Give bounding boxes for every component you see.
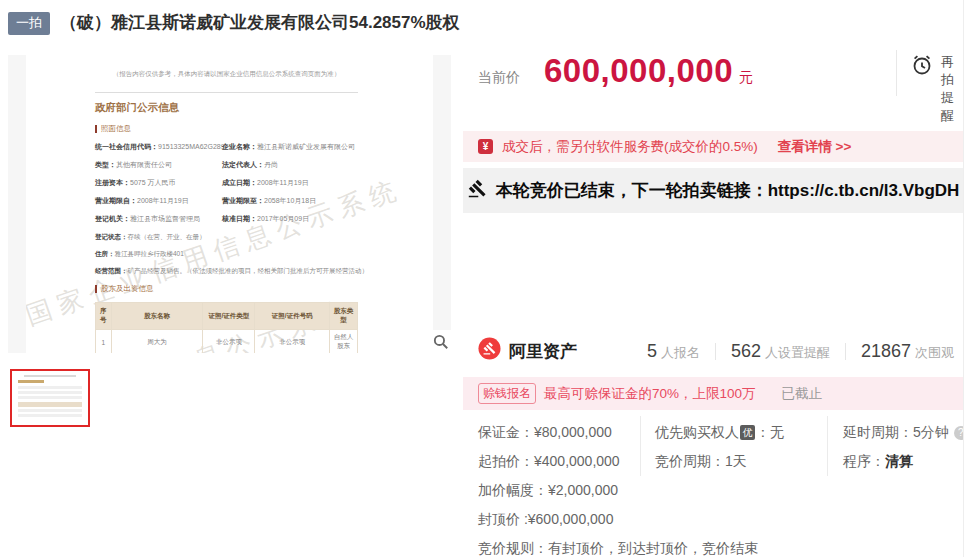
doc-field: 核准日期：2017年05月09日 (222, 214, 358, 224)
doc-field: 法定代表人：丹尚 (222, 160, 358, 170)
doc-field-value: 2058年10月18日 (264, 197, 316, 204)
doc-field-label: 法定代表人： (222, 161, 264, 168)
document-thumbnail[interactable] (10, 369, 90, 427)
details-col-3: 延时周期：5分钟?程序：清算 (843, 422, 964, 480)
doc-field-value: 雅江县呷拉乡行政楼401 (115, 250, 184, 257)
detail-label: 加价幅度： (478, 482, 548, 498)
stats-items: 5人报名562人设置提醒21867次围观 (647, 341, 954, 362)
stat-number: 562 (731, 341, 761, 361)
stats-row: 阿里资产 5人报名562人设置提醒21867次围观 (463, 331, 964, 371)
details-col-2: 优先购买权人优：无竞价周期：1天 (655, 422, 784, 480)
thumb-line (24, 375, 76, 377)
stat-item: 5人报名 (647, 341, 700, 362)
doc-field-label: 企业名称： (222, 143, 257, 150)
detail-label: 程序： (843, 453, 885, 469)
doc-section-title: 政府部门公示信息 (95, 101, 358, 115)
stat-label: 人设置提醒 (765, 345, 830, 360)
table-cell: 自然人股东 (330, 330, 358, 354)
doc-field: 登记机关：雅江县市场监督管理局 (95, 214, 222, 224)
stat-label: 人报名 (661, 345, 700, 360)
detail-row: 优先购买权人优：无 (655, 422, 784, 442)
detail-value: 清算 (885, 453, 913, 469)
doc-field-value: 雅江县斯诺威矿业发展有限公司 (257, 143, 355, 150)
page-title: （破）雅江县斯诺威矿业发展有限公司54.2857%股权 (60, 11, 460, 34)
table-header-cell: 序号 (96, 303, 112, 330)
doc-subsection: 照面信息 (95, 124, 358, 134)
document-content: （报告内容仅供参考，具体内容请以国家企业信用信息公示系统查询页面为准） 政府部门… (95, 70, 358, 353)
doc-field: 类型：其他有限责任公司 (95, 160, 222, 170)
doc-field-label: 类型： (95, 161, 116, 168)
table-cell: 非公示项 (203, 330, 255, 354)
stat-number: 5 (647, 341, 657, 361)
auction-details: 保证金：¥80,000,000起拍价：¥400,000,000加价幅度：¥2,0… (463, 412, 964, 557)
service-fee-notice: ¥ 成交后，需另付软件服务费(成交价的0.5%) 查看详情 >> (463, 131, 964, 162)
credit-signup-status: 已截止 (782, 385, 823, 403)
detail-value: 有封顶价，到达封顶价，竞价结束 (548, 540, 758, 556)
doc-field-label: 登记机关： (95, 215, 130, 222)
brand: 阿里资产 (478, 337, 577, 365)
fee-icon: ¥ (478, 139, 493, 154)
detail-value: ¥400,000,000 (534, 453, 620, 469)
credit-signup-badge: 赊钱报名 (478, 383, 536, 404)
doc-field: 营业期限至：2058年10月18日 (222, 196, 358, 206)
magnifier-icon[interactable] (430, 330, 451, 353)
alarm-clock-icon (910, 53, 934, 125)
detail-label: 优先购买权人 (655, 424, 739, 440)
doc-field-value: 矿产品经营及销售。（依法须经批准的项目，经相关部门批准后方可开展经营活动） (128, 267, 369, 274)
doc-disclaimer: （报告内容仅供参考，具体内容请以国家企业信用信息公示系统查询页面为准） (95, 70, 358, 79)
round-ended-text: 本轮竞价已结束，下一轮拍卖链接：https://c.tb.cn/l3.VbgDH (496, 179, 960, 202)
doc-field-value: 雅江县市场监督管理局 (130, 215, 200, 222)
stat-item: 21867次围观 (861, 341, 954, 362)
doc-field: 注册资本：5075 万人民币 (95, 178, 222, 188)
doc-field: 统一社会信用代码：91513325MA62G28979 (95, 142, 222, 152)
shareholder-table-body: 1周大为非公示项非公示项自然人股东2成都兴能新材料有限公司企业法人营业执照(公司… (96, 330, 358, 354)
ali-assets-logo-icon (478, 337, 501, 365)
detail-row: 加价幅度：¥2,000,000 (478, 480, 758, 500)
thumb-line (18, 386, 82, 389)
doc-field-label: 核准日期： (222, 215, 257, 222)
doc-fields-grid: 统一社会信用代码：91513325MA62G28979企业名称：雅江县斯诺威矿业… (95, 142, 358, 224)
auction-page: 一拍 （破）雅江县斯诺威矿业发展有限公司54.2857%股权 国家企业信用信息公… (0, 0, 964, 557)
divider (715, 343, 716, 360)
table-header-cell: 股东名称 (111, 303, 203, 330)
document-page: 国家企业信用信息公示系统 国家企业信用信息公示系统 （报告内容仅供参考，具体内容… (26, 55, 433, 353)
doc-field-value: 存续（在营、开业、在册） (128, 233, 206, 240)
help-icon[interactable]: ? (954, 426, 964, 440)
doc-fields-full: 登记状态：存续（在营、开业、在册）住所：雅江县呷拉乡行政楼401经营范围：矿产品… (95, 232, 358, 275)
divider (95, 92, 358, 93)
section-bar-icon (95, 125, 97, 133)
fee-detail-link[interactable]: 查看详情 >> (778, 138, 852, 156)
detail-value: ¥80,000,000 (534, 424, 612, 440)
doc-field-value: 丹尚 (264, 161, 278, 168)
thumb-line (18, 391, 82, 394)
detail-label: 竞价规则： (478, 540, 548, 556)
detail-row: 延时周期：5分钟? (843, 422, 964, 442)
document-preview[interactable]: 国家企业信用信息公示系统 国家企业信用信息公示系统 （报告内容仅供参考，具体内容… (8, 55, 451, 353)
doc-field-label: 经营范围： (95, 267, 128, 274)
doc-field-label: 住所： (95, 250, 115, 257)
detail-row: 封顶价 :¥600,000,000 (478, 509, 758, 529)
doc-field-value: 2008年11月19日 (257, 179, 309, 186)
table-row: 1周大为非公示项非公示项自然人股东 (96, 330, 358, 354)
detail-value: ¥2,000,000 (548, 482, 618, 498)
doc-field: 企业名称：雅江县斯诺威矿业发展有限公司 (222, 142, 358, 152)
divider (827, 416, 828, 476)
doc-table-section: 股东及出资信息 (95, 284, 358, 294)
auction-round-badge: 一拍 (8, 12, 50, 35)
doc-field-value: 其他有限责任公司 (116, 161, 172, 168)
detail-value: 1天 (725, 453, 747, 469)
doc-field-label: 成立日期： (222, 179, 257, 186)
current-price-unit: 元 (739, 69, 753, 87)
detail-value: 无 (770, 424, 784, 440)
thumb-line (18, 409, 82, 412)
table-cell: 1 (96, 330, 112, 354)
shareholder-table-header: 序号股东名称证照/证件类型证照/证件号码股东类型 (96, 303, 358, 330)
thumb-line (18, 414, 82, 417)
brand-name: 阿里资产 (509, 340, 577, 363)
rebid-remind-button[interactable]: 再拍提醒 (910, 53, 963, 125)
detail-label: 保证金： (478, 424, 534, 440)
doc-field-label: 登记状态： (95, 233, 128, 240)
credit-signup-banner: 赊钱报名 最高可赊保证金的70%，上限100万 已截止 (463, 377, 964, 410)
doc-field-label: 营业期限自： (95, 197, 137, 204)
stat-item: 562人设置提醒 (731, 341, 830, 362)
